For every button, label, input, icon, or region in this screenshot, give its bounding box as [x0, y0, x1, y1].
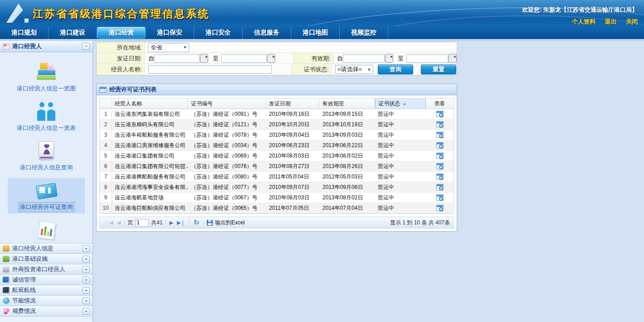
expand-panel-button[interactable]: + [83, 266, 90, 273]
cell-cert-no: （苏连）港经证（0080）号 [188, 172, 266, 182]
region-select[interactable]: 全省 ▼ [148, 43, 189, 52]
table-row[interactable]: 1 连云港东鸿集装箱有限公司 （苏连）港经证（0091）号 2010年09月16… [100, 109, 454, 119]
view-detail-icon[interactable] [436, 163, 444, 169]
cell-cert-no: （苏连）港经证（0078）号 [188, 130, 266, 140]
cell-operator-name: 连云港东鸿集装箱有限公司 [112, 109, 188, 119]
expand-panel-button[interactable]: + [83, 287, 90, 294]
close-link[interactable]: 关闭 [626, 18, 638, 25]
cell-issue-date: 2010年08月27日 [266, 161, 320, 171]
view-detail-icon[interactable] [436, 111, 444, 117]
nav-tab[interactable]: 信息服务 [243, 26, 291, 39]
last-page-icon[interactable]: ▶❘ [177, 220, 185, 225]
table-row[interactable]: 7 连云港港腾船舶服务有限公司 （苏连）港经证（0080）号 2011年05月0… [100, 172, 454, 182]
logo-dot-icon [24, 19, 29, 23]
view-detail-icon[interactable] [436, 121, 444, 128]
sidebar-item[interactable]: 港口经营人信息查询 [8, 139, 85, 174]
issue-date-from-input[interactable] [154, 54, 200, 63]
calendar-icon[interactable] [267, 54, 275, 63]
nav-tab[interactable]: 港口经营 [97, 27, 146, 39]
column-header-rownum [100, 99, 112, 109]
calendar-icon[interactable] [385, 54, 393, 63]
nav-tab[interactable]: 港口建设 [49, 26, 97, 39]
accordion-panel[interactable]: 港口经营人信息 + [0, 243, 93, 254]
expand-panel-button[interactable]: + [83, 308, 90, 315]
column-header-cert-no[interactable]: 证书编号 [188, 99, 266, 109]
accordion-panel[interactable]: 诚信管理 + [0, 275, 93, 285]
expand-panel-button[interactable]: + [83, 245, 90, 252]
cert-status-label: 证书状态: [292, 64, 332, 75]
issue-date-to-input[interactable] [221, 54, 267, 63]
validity-from-input[interactable] [343, 54, 385, 63]
logout-link[interactable]: 退出 [605, 18, 617, 25]
collapse-panel-button[interactable]: − [82, 43, 90, 50]
view-detail-icon[interactable] [436, 205, 444, 211]
column-header-valid-until[interactable]: 有效期至 [320, 99, 375, 109]
nav-tab[interactable]: 视频监控 [340, 26, 388, 39]
column-header-cert-status[interactable]: 证书状态 ▲ [375, 99, 426, 109]
accordion-panel[interactable]: 港口基础设施 + [0, 254, 93, 264]
table-row[interactable]: 2 连云港东粮码头有限公司 （苏连）港经证（0121）号 2010年10月20日… [100, 119, 454, 130]
validity-to-input[interactable] [406, 54, 448, 63]
nav-tab-label: 港口保安 [157, 29, 182, 37]
page-input[interactable] [135, 219, 149, 227]
table-row[interactable]: 8 连云港港湾海事安全设备有限... （苏连）港经证（0077）号 2010年0… [100, 182, 454, 193]
column-header-issue-date[interactable]: 发证日期 [266, 99, 320, 109]
cell-operator-name: 连云港港口集团有限公司 [112, 151, 188, 161]
nav-tab[interactable]: 港口地图 [291, 26, 340, 39]
accordion-panel[interactable]: 规费情况 + [0, 306, 93, 317]
expand-panel-button[interactable]: + [83, 256, 90, 263]
table-row[interactable]: 3 连云港丰裕船舶服务有限公司 （苏连）港经证（0078）号 2010年09月0… [100, 130, 454, 140]
operator-name-label: 经营人名称: [97, 64, 145, 75]
table-row[interactable]: 6 连云港港口集团有限公司轮驳... （苏连）港经证（0076）号 2010年0… [100, 161, 454, 172]
nav-tab[interactable]: 港口规划 [0, 26, 49, 39]
prev-page-icon[interactable]: ◀ [117, 220, 121, 225]
table-row[interactable]: 10 连云港海巨船舶供应有限公司 （苏连）港经证（0065）号 2011年07月… [100, 203, 454, 213]
row-number: 5 [100, 151, 112, 161]
calendar-icon[interactable] [200, 54, 208, 63]
sidebar-item[interactable]: 港口经营人信息一览图 [8, 59, 85, 95]
expand-panel-button[interactable]: + [83, 297, 90, 304]
cert-status-select[interactable]: =请选择= ▼ [335, 65, 373, 74]
table-row[interactable]: 4 连云港港口房屋维修服务公司 （苏连）港经证（0034）号 2010年06月2… [100, 140, 454, 151]
column-header-operator-name[interactable]: 经营人名称 [112, 99, 188, 109]
cell-cert-no: （苏连）港经证（0091）号 [188, 109, 266, 119]
accordion-panel-label: 外商投资港口经营人 [12, 265, 83, 273]
next-page-icon[interactable]: ▶ [170, 220, 173, 225]
accordion-panel[interactable]: 航班航线 + [0, 285, 93, 296]
accordion-panel[interactable]: 节能情况 + [0, 296, 93, 306]
view-detail-icon[interactable] [436, 173, 444, 180]
operator-name-input[interactable] [148, 65, 272, 74]
cell-operator-name: 连云港港腾船舶服务有限公司 [112, 172, 188, 182]
sidebar-item[interactable]: 港口经营许可证查询 [8, 178, 85, 213]
table-row[interactable]: 5 连云港港口集团有限公司 （苏连）港经证（0069）号 2010年08月03日… [100, 151, 454, 161]
panel-window-icon [3, 44, 10, 50]
query-button[interactable]: 查询 [378, 64, 413, 74]
table-row[interactable]: 9 连云港海航基地货场 （苏连）港经证（0067）号 2010年08月03日 2… [100, 193, 454, 203]
cell-issue-date: 2010年08月03日 [266, 151, 320, 161]
first-page-icon[interactable]: ❘◀ [105, 220, 113, 225]
expand-panel-button[interactable]: + [83, 277, 90, 283]
accordion-panel-label: 规费情况 [12, 307, 83, 315]
save-excel-icon[interactable] [207, 220, 213, 226]
row-number: 3 [100, 130, 112, 140]
view-detail-icon[interactable] [436, 184, 444, 190]
row-number: 9 [100, 193, 112, 203]
nav-tab[interactable]: 港口安全 [194, 26, 243, 39]
accordion-panel[interactable]: 外商投资港口经营人 + [0, 264, 93, 275]
sidebar-item[interactable]: 港口经营人信息一览表 [8, 99, 85, 134]
export-excel-button[interactable]: 输出到Excel [215, 219, 244, 227]
calendar-icon[interactable] [449, 54, 457, 63]
nav-tab[interactable]: 港口保安 [146, 26, 194, 39]
profile-link[interactable]: 个人资料 [572, 18, 595, 25]
reset-button[interactable]: 重置 [421, 64, 456, 74]
view-detail-icon[interactable] [436, 153, 444, 159]
view-detail-icon[interactable] [436, 142, 444, 149]
sidebar-panel-header[interactable]: 港口经营人 − [0, 41, 93, 52]
cell-cert-no: （苏连）港经证（0121）号 [188, 119, 266, 129]
form-row-region: 所在地域: 全省 ▼ [97, 42, 457, 53]
view-detail-icon[interactable] [436, 132, 444, 138]
cell-issue-date: 2010年06月23日 [266, 140, 320, 150]
view-detail-icon[interactable] [436, 194, 444, 201]
cell-valid-until: 2013年08月02日 [320, 193, 375, 203]
refresh-icon[interactable]: ↻ [194, 218, 200, 227]
